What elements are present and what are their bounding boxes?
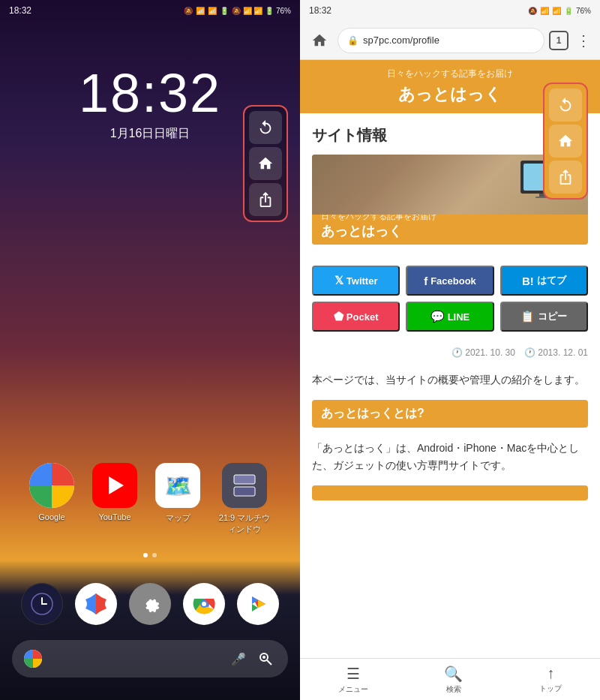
app-icon-google[interactable]: Google [29, 463, 74, 535]
mute-icon: 🔕 [184, 7, 193, 15]
dot-indicator [0, 553, 300, 557]
right-home-button[interactable] [549, 125, 582, 158]
browser-home-button[interactable] [306, 27, 333, 54]
dock-clock[interactable] [21, 583, 63, 625]
bottom-nav: ☰ メニュー 🔍 検索 ↑ トップ [300, 658, 600, 700]
svg-line-13 [267, 660, 272, 665]
menu-icon: ☰ [346, 665, 360, 683]
bottom-nav-top[interactable]: ↑ トップ [539, 665, 562, 694]
app-label-youtube: YouTube [98, 512, 130, 521]
hatena-label: はてブ [537, 274, 566, 287]
right-battery-icon: 🔋 [564, 7, 573, 15]
pocket-icon: ⬟ [334, 310, 344, 323]
signal-icon: 📶 [208, 7, 217, 15]
twitter-label: Twitter [346, 275, 378, 287]
site-image-name: あっとはっく [321, 222, 579, 240]
dock-photos[interactable] [75, 583, 117, 625]
share-buttons: 𝕏 Twitter f Facebook B! はてブ ⬟ Pocket [300, 257, 600, 347]
pocket-button[interactable]: ⬟ Pocket [312, 302, 400, 332]
left-status-bar: 18:32 🔕 📶 📶 🔋 🔕 📶 📶 🔋 76% [0, 0, 300, 21]
copy-label: コピー [538, 310, 567, 323]
bottom-nav-search[interactable]: 🔍 検索 [444, 665, 463, 695]
section-heading: あっとはっくとは? [312, 400, 588, 428]
google-logo-small [24, 650, 42, 668]
body-text: 「あっとはっく」は、Android・iPhone・Macを中心とした、ガジェット… [300, 434, 600, 479]
address-text: sp7pc.com/profile [363, 35, 440, 46]
hatena-button[interactable]: B! はてブ [500, 266, 588, 296]
lens-icon[interactable] [255, 648, 276, 669]
browser-toolbar: 🔒 sp7pc.com/profile 1 ⋮ [300, 21, 600, 60]
right-status-bar: 18:32 🔕 📶 📶 🔋 76% [300, 0, 600, 21]
copy-icon: 📋 [520, 310, 535, 323]
right-share-button[interactable] [549, 161, 582, 194]
svg-point-12 [262, 656, 266, 659]
top-icon: ↑ [547, 665, 554, 682]
facebook-button[interactable]: f Facebook [406, 266, 494, 296]
app-icon-youtube[interactable]: YouTube [92, 463, 137, 535]
address-bar[interactable]: 🔒 sp7pc.com/profile [338, 28, 544, 53]
facebook-icon: f [424, 275, 428, 287]
dock-play[interactable] [237, 583, 279, 625]
bottom-strip [312, 485, 588, 500]
app-icons-row: Google YouTube 🗺️ マップ 21:9 マルチウィンド [0, 463, 300, 535]
search-label: 検索 [446, 684, 461, 695]
left-status-time: 18:32 [9, 5, 32, 16]
share-row-2: ⬟ Pocket 💬 LINE 📋 コピー [312, 302, 588, 332]
dock-settings[interactable] [129, 583, 171, 625]
right-wifi-icon: 📶 [540, 7, 549, 15]
pocket-label: Pocket [346, 311, 379, 323]
right-mute-icon: 🔕 [528, 7, 537, 15]
hatena-icon: B! [522, 275, 534, 287]
left-share-button[interactable] [249, 183, 282, 216]
battery-percent: 🔕 📶 📶 🔋 76% [232, 7, 291, 15]
browser-panel: 18:32 🔕 📶 📶 🔋 76% 🔒 sp7pc.com/profile 1 … [300, 0, 600, 700]
right-battery-pct: 76% [576, 7, 591, 15]
right-back-button[interactable] [549, 89, 582, 122]
right-status-time: 18:32 [309, 5, 332, 16]
twitter-button[interactable]: 𝕏 Twitter [312, 266, 400, 296]
site-description: 本ページでは、当サイトの概要や管理人の紹介をします。 [300, 365, 600, 394]
left-status-icons: 🔕 📶 📶 🔋 🔕 📶 📶 🔋 76% [184, 7, 291, 15]
dot-2 [152, 553, 157, 557]
menu-label: メニュー [338, 684, 368, 695]
right-status-icons: 🔕 📶 📶 🔋 76% [528, 7, 591, 15]
line-label: LINE [448, 311, 470, 323]
wifi-icon: 📶 [196, 7, 205, 15]
battery-icon: 🔋 [220, 7, 229, 15]
left-back-button[interactable] [249, 111, 282, 144]
svg-rect-1 [234, 487, 255, 496]
app-label-maps: マップ [166, 512, 190, 524]
app-label-multiwindow: 21:9 マルチウィンドウ [218, 512, 271, 535]
line-icon: 💬 [430, 310, 445, 323]
dot-1 [143, 553, 148, 557]
share-row-1: 𝕏 Twitter f Facebook B! はてブ [312, 266, 588, 296]
app-icon-maps[interactable]: 🗺️ マップ [155, 463, 200, 535]
right-signal-icon: 📶 [552, 7, 561, 15]
mic-icon[interactable]: 🎤 [228, 648, 249, 669]
search-bar[interactable]: 🎤 [12, 640, 288, 677]
tab-count[interactable]: 1 [549, 31, 568, 50]
app-icon-multiwindow[interactable]: 21:9 マルチウィンドウ [218, 463, 271, 535]
left-action-buttons [243, 105, 288, 222]
twitter-icon: 𝕏 [334, 274, 344, 287]
bottom-dock [0, 583, 300, 625]
copy-button[interactable]: 📋 コピー [500, 302, 588, 332]
svg-point-8 [202, 602, 206, 606]
left-home-button[interactable] [249, 147, 282, 180]
app-label-google: Google [38, 512, 64, 521]
bottom-nav-menu[interactable]: ☰ メニュー [338, 665, 368, 695]
svg-rect-0 [234, 475, 255, 484]
right-action-buttons [543, 83, 588, 200]
youtube-play-icon [109, 476, 124, 494]
site-tagline: 日々をハックする記事をお届け [312, 68, 588, 80]
dates-row: 🕐 2021. 10. 30 🕐 2013. 12. 01 [300, 347, 600, 365]
top-label: トップ [539, 683, 562, 694]
line-button[interactable]: 💬 LINE [406, 302, 494, 332]
search-icon: 🔍 [444, 665, 463, 683]
facebook-label: Facebook [430, 275, 476, 287]
dock-chrome[interactable] [183, 583, 225, 625]
lock-icon: 🔒 [347, 35, 358, 46]
home-screen: 18:32 🔕 📶 📶 🔋 🔕 📶 📶 🔋 76% 18:32 1月16日日曜日 [0, 0, 300, 700]
more-menu-button[interactable]: ⋮ [573, 29, 594, 53]
